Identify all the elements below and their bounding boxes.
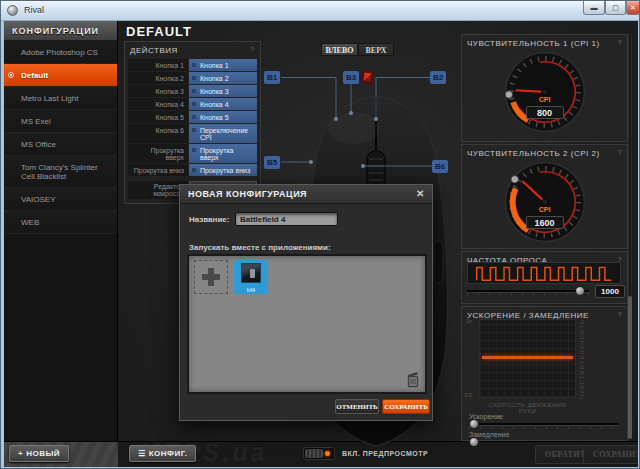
cpi2-gauge: CPI 1600 (502, 160, 588, 244)
accel-slider[interactable] (469, 423, 619, 429)
app-tile-name: bf4 (234, 287, 268, 293)
action-assign-button2[interactable]: Кнопка 2 (189, 72, 257, 84)
tab-mouse-left-view[interactable]: ВЛЕВО (321, 43, 358, 56)
polling-value[interactable]: 1000 (595, 285, 625, 298)
accel-y-axis-label: ЧУВСТВИТЕЛЬНОСТЬ (579, 321, 585, 399)
close-button[interactable]: ✕ (626, 1, 640, 15)
linked-apps-area: bf4 (187, 254, 427, 394)
apps-field-label: Запускать вместе с приложениями: (189, 243, 331, 252)
accel-slider-knob[interactable] (469, 419, 479, 429)
dialog-cancel-button[interactable]: ОТМЕНИТЬ (335, 399, 379, 414)
right-panel-scrollbar-thumb[interactable] (628, 296, 632, 439)
app-window: Rival ▬ ▢ ✕ КОНФИГУРАЦИИ Adobe Photoshop… (0, 0, 640, 469)
sensitivity2-section: ? ЧУВСТВИТЕЛЬНОСТЬ 2 (CPI 2) CPI 1600 (461, 144, 628, 249)
sidebar-item-vaiosey[interactable]: VAIOSEY (4, 188, 117, 211)
actions-panel: ? ДЕЙСТВИЯ Кнопка 1 Кнопка 1 Кнопка 2 Кн… (124, 41, 261, 204)
cpi1-unit-label: CPI (502, 96, 588, 103)
sidebar-item-web[interactable]: WEB (4, 211, 117, 234)
list-icon: ☰ (138, 449, 146, 458)
action-assign-scroll-down[interactable]: Прокрутка вниз (189, 164, 257, 176)
new-configuration-dialog: НОВАЯ КОНФИГУРАЦИЯ ✕ Название: Запускать… (179, 184, 433, 421)
config-button[interactable]: ☰ КОНФИГ. (129, 445, 196, 462)
action-row-button3: Кнопка 3 Кнопка 3 (128, 85, 257, 97)
plus-icon (202, 268, 220, 286)
action-row-button1: Кнопка 1 Кнопка 1 (128, 59, 257, 71)
title-bar[interactable]: Rival ▬ ▢ ✕ (1, 1, 639, 21)
bf4-app-icon (241, 263, 261, 283)
dialog-save-button[interactable]: СОХРАНИТЬ (382, 399, 430, 414)
toggle-indicator-dot (325, 451, 330, 456)
actions-header: ? ДЕЙСТВИЯ (128, 44, 257, 59)
new-config-button[interactable]: + НОВЫЙ (9, 445, 69, 462)
action-row-button6: Кнопка 6 Переключение CPI (128, 124, 257, 143)
mouse-button6-label[interactable]: В6 (432, 160, 448, 173)
accel-y-min-label: 1/2 (464, 392, 472, 398)
cpi2-dial-knob[interactable] (510, 176, 518, 184)
help-icon[interactable]: ? (618, 39, 622, 46)
window-title: Rival (24, 5, 44, 15)
action-row-button5: Кнопка 5 Кнопка 5 (128, 111, 257, 123)
tab-mouse-top-view[interactable]: ВЕРХ (358, 43, 394, 56)
sidebar-item-tom-clancys[interactable]: Tom Clancy's Splinter Cell.Blacklist (4, 156, 117, 188)
cpi1-value[interactable]: 800 (526, 106, 564, 119)
preview-toggle[interactable] (303, 447, 335, 460)
mouse-button5-label[interactable]: В5 (264, 156, 280, 169)
polling-slider-knob[interactable] (575, 286, 585, 296)
action-assign-button1[interactable]: Кнопка 1 (189, 59, 257, 71)
sensitivity1-section: ? ЧУВСТВИТЕЛЬНОСТЬ 1 (CPI 1) CPI 800 (461, 34, 628, 142)
sidebar-item-metro-last-light[interactable]: Metro Last Light (4, 87, 117, 110)
action-row-button4: Кнопка 4 Кнопка 4 (128, 98, 257, 110)
toggle-knob (305, 449, 323, 458)
configurations-sidebar: КОНФИГУРАЦИИ Adobe Photoshop CS Default … (4, 21, 118, 441)
preview-toggle-label: ВКЛ. ПРЕДПРОСМОТР (342, 450, 428, 457)
sidebar-item-default[interactable]: Default (4, 64, 117, 87)
cpi2-unit-label: CPI (502, 206, 588, 213)
acceleration-graph (479, 319, 576, 398)
help-icon[interactable]: ? (618, 149, 622, 156)
sidebar-item-adobe-photoshop[interactable]: Adobe Photoshop CS (4, 41, 117, 64)
accel-y-max-label: 2x (466, 318, 472, 324)
maximize-button[interactable]: ▢ (605, 1, 626, 15)
sensitivity2-header: ? ЧУВСТВИТЕЛЬНОСТЬ 2 (CPI 2) (462, 145, 627, 160)
sidebar-item-ms-office[interactable]: MS Office (4, 133, 117, 156)
action-assign-button5[interactable]: Кнопка 5 (189, 111, 257, 123)
action-row-button2: Кнопка 2 Кнопка 2 (128, 72, 257, 84)
add-application-tile[interactable] (194, 260, 228, 294)
trash-icon[interactable] (406, 371, 420, 388)
help-icon[interactable]: ? (251, 46, 255, 53)
cpi-switch-icon (361, 71, 374, 84)
action-assign-button4[interactable]: Кнопка 4 (189, 98, 257, 110)
action-assign-button3[interactable]: Кнопка 3 (189, 85, 257, 97)
save-config-button[interactable]: СОХРАНИТЬ (583, 445, 640, 464)
sidebar-item-ms-exel[interactable]: MS Exel (4, 110, 117, 133)
app-logo-icon (7, 5, 18, 16)
action-row-scroll-down: Прокрутка вниз Прокрутка вниз (128, 164, 257, 176)
active-config-radio-icon (8, 72, 14, 78)
sensitivity1-header: ? ЧУВСТВИТЕЛЬНОСТЬ 1 (CPI 1) (462, 35, 627, 50)
polling-slider[interactable] (467, 290, 589, 296)
polling-waveform (467, 262, 621, 284)
sidebar-header: КОНФИГУРАЦИИ (4, 21, 117, 41)
dialog-close-icon[interactable]: ✕ (416, 188, 425, 199)
mouse-button1-label[interactable]: В1 (264, 71, 280, 84)
dialog-title-bar[interactable]: НОВАЯ КОНФИГУРАЦИЯ ✕ (180, 185, 432, 204)
config-name-input[interactable] (235, 212, 338, 226)
action-row-scroll-up: Прокрутка вверх Прокрутка вверх (128, 144, 257, 163)
cpi1-gauge: CPI 800 (502, 50, 588, 134)
plus-icon: + (18, 449, 23, 458)
decel-slider-knob[interactable] (469, 437, 479, 447)
acceleration-curve (482, 356, 573, 359)
action-assign-scroll-up[interactable]: Прокрутка вверх (189, 144, 257, 163)
app-tile-bf4[interactable]: bf4 (234, 260, 268, 294)
name-field-label: Название: (189, 215, 229, 224)
help-icon[interactable]: ? (618, 311, 622, 318)
action-assign-button6[interactable]: Переключение CPI (189, 124, 257, 143)
page-title: DEFAULT (126, 24, 192, 39)
cpi2-value[interactable]: 1600 (526, 216, 564, 229)
dialog-title: НОВАЯ КОНФИГУРАЦИЯ (188, 189, 307, 199)
mouse-button3-label[interactable]: В3 (343, 71, 359, 84)
minimize-button[interactable]: ▬ (583, 1, 605, 15)
mouse-button2-label[interactable]: В2 (430, 71, 446, 84)
